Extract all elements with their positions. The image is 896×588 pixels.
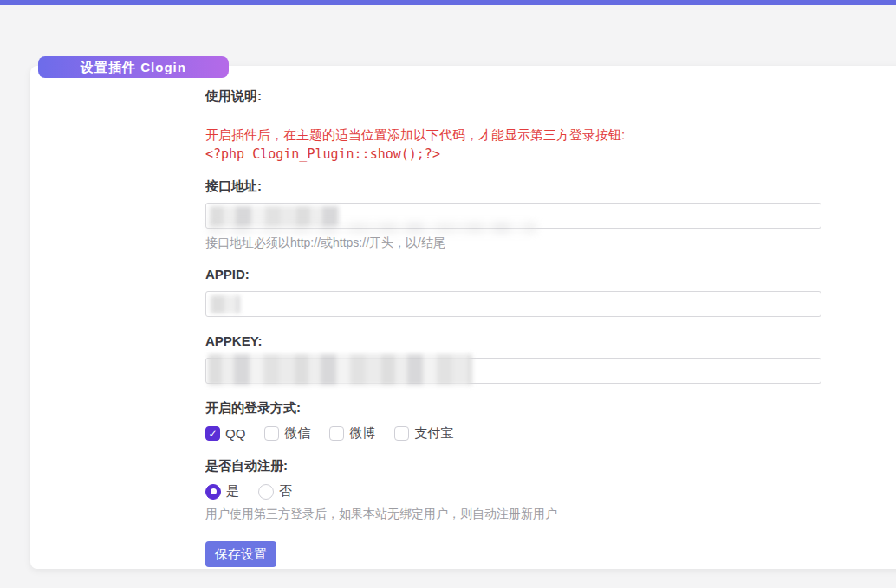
checkbox-box[interactable]: ✓	[329, 426, 344, 441]
api-url-label: 接口地址:	[205, 178, 896, 194]
usage-code-snippet: <?php Clogin_Plugin::show();?>	[205, 146, 896, 162]
radio-label: 否	[279, 483, 292, 500]
checkbox-alipay[interactable]: ✓ 支付宝	[394, 425, 453, 442]
checkbox-box[interactable]: ✓	[205, 426, 220, 441]
appid-label: APPID:	[205, 267, 896, 282]
redacted-value	[211, 295, 240, 313]
login-methods-label: 开启的登录方式:	[205, 400, 896, 416]
radio-control[interactable]	[258, 484, 274, 500]
checkbox-label: 微博	[349, 425, 375, 442]
redacted-value	[208, 354, 472, 385]
radio-yes[interactable]: 是	[205, 483, 239, 500]
usage-label: 使用说明:	[205, 88, 896, 104]
radio-no[interactable]: 否	[258, 483, 292, 500]
api-url-input[interactable]	[205, 203, 821, 229]
appkey-label: APPKEY:	[205, 333, 896, 349]
checkmark-icon: ✓	[208, 429, 217, 439]
appid-input[interactable]	[205, 291, 821, 317]
top-accent-bar	[0, 0, 896, 5]
settings-card: 使用说明: 开启插件后，在主题的适当位置添加以下代码，才能显示第三方登录按钮: …	[30, 66, 896, 569]
login-methods-group: ✓ QQ ✓ 微信 ✓ 微博 ✓ 支付宝	[205, 425, 896, 442]
save-settings-button[interactable]: 保存设置	[205, 541, 276, 567]
radio-control[interactable]	[205, 484, 221, 500]
auto-register-label: 是否自动注册:	[205, 458, 896, 474]
checkbox-box[interactable]: ✓	[264, 426, 279, 441]
checkbox-label: 支付宝	[414, 425, 453, 442]
usage-warning: 开启插件后，在主题的适当位置添加以下代码，才能显示第三方登录按钮:	[205, 127, 896, 143]
checkbox-label: QQ	[225, 426, 245, 441]
auto-register-group: 是 否	[205, 483, 896, 500]
radio-label: 是	[226, 483, 239, 500]
appkey-input[interactable]	[205, 358, 821, 384]
redacted-smudge	[208, 222, 537, 234]
checkbox-label: 微信	[284, 425, 310, 442]
checkbox-qq[interactable]: ✓ QQ	[205, 426, 245, 441]
checkbox-box[interactable]: ✓	[394, 426, 409, 441]
plugin-settings-title: 设置插件 Clogin	[38, 56, 229, 78]
auto-register-help: 用户使用第三方登录后，如果本站无绑定用户，则自动注册新用户	[205, 507, 896, 521]
checkbox-weibo[interactable]: ✓ 微博	[329, 425, 375, 442]
radio-dot-icon	[211, 488, 217, 494]
api-url-help: 接口地址必须以http://或https://开头，以/结尾	[205, 236, 896, 250]
checkbox-wechat[interactable]: ✓ 微信	[264, 425, 310, 442]
